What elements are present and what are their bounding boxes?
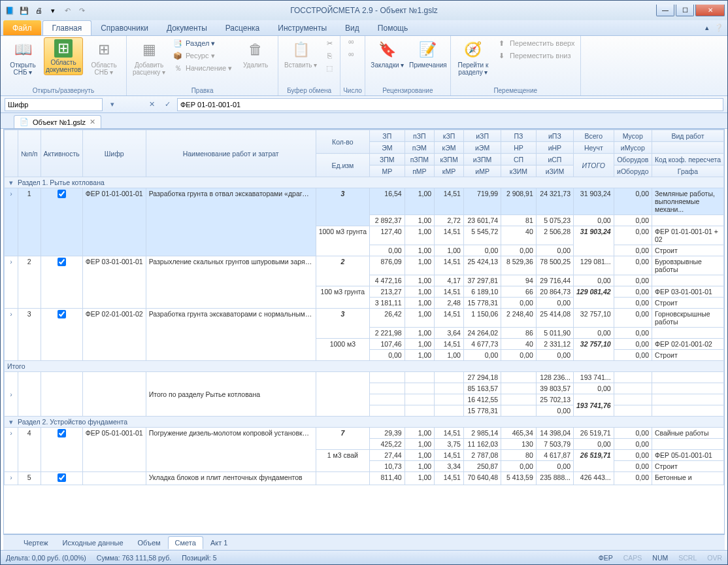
caps-indicator: CAPS	[623, 554, 642, 562]
maximize-button[interactable]: ☐	[676, 5, 694, 16]
app-icon[interactable]: 📘	[3, 4, 16, 17]
qat-dropdown[interactable]: ▾	[46, 4, 59, 17]
copy-button[interactable]: ⎘	[322, 50, 337, 61]
select-button[interactable]: ⬚	[322, 62, 337, 74]
expand-icon[interactable]: ›	[7, 473, 15, 481]
ribbon: 📖Открыть СНБ ▾ ⊞Область документов ⊞Обла…	[1, 36, 727, 96]
bookmark-icon: 🔖	[377, 39, 398, 60]
active-checkbox[interactable]	[58, 473, 66, 482]
goto-section-button[interactable]: 🧭Перейти к разделу ▾	[454, 37, 493, 78]
accrual-icon: ％	[173, 63, 183, 73]
sheet-tab[interactable]: Объем	[131, 536, 168, 549]
snb-area-button[interactable]: ⊞Область СНБ ▾	[84, 37, 124, 78]
open-snb-button[interactable]: 📖Открыть СНБ ▾	[3, 37, 42, 78]
group-label: Правка	[129, 86, 275, 95]
tab-view[interactable]: Вид	[336, 20, 369, 35]
close-button[interactable]: ✕	[695, 5, 725, 16]
status-delta: Дельта: 0,00 руб. (0,00%)	[6, 554, 86, 562]
window-title: ГОССТРОЙСМЕТА 2.9 - Объект №1.gslz	[290, 6, 438, 15]
expand-icon[interactable]: ›	[7, 258, 15, 265]
accrual-button[interactable]: ％Начисление ▾	[170, 62, 235, 74]
tab-main[interactable]: Главная	[42, 20, 92, 35]
doc-area-button[interactable]: ⊞Область документов	[44, 37, 83, 75]
move-down-button[interactable]: ⬇Переместить вниз	[494, 50, 578, 61]
ribbon-tabs: Файл Главная Справочники Документы Расце…	[1, 20, 727, 36]
file-tab[interactable]: Файл	[3, 20, 41, 35]
expand-icon[interactable]: ›	[7, 390, 15, 398]
active-checkbox[interactable]	[58, 429, 66, 437]
group-label: Рецензирование	[368, 86, 448, 95]
statusbar: Дельта: 0,00 руб. (0,00%) Сумма: 763 111…	[1, 550, 727, 564]
document-tab[interactable]: 📄 Объект №1.gslz ✕	[14, 115, 101, 128]
status-sum: Сумма: 763 111,58 руб.	[97, 554, 171, 562]
minimize-button[interactable]: —	[656, 5, 674, 16]
copy-icon: ⎘	[324, 50, 335, 61]
bookmarks-button[interactable]: 🔖Закладки ▾	[368, 37, 407, 71]
group-label: Число	[343, 86, 362, 95]
active-checkbox[interactable]	[58, 258, 66, 266]
ribbon-min-icon[interactable]: ▴	[705, 24, 709, 32]
tab-rate[interactable]: Расценка	[216, 20, 269, 35]
up-icon: ⬆	[497, 38, 507, 48]
grid[interactable]: №п/пАктивностьШифрНаименование работ и з…	[3, 129, 725, 534]
close-tab-icon[interactable]: ✕	[90, 118, 95, 126]
collapse-icon[interactable]: ▾	[7, 179, 15, 186]
save-icon[interactable]: 💾	[18, 4, 31, 17]
sheet-tab[interactable]: Чертеж	[16, 536, 56, 549]
tab-tools[interactable]: Инструменты	[269, 20, 336, 35]
move-up-button[interactable]: ⬆Переместить вверх	[494, 37, 578, 49]
num-indicator: NUM	[652, 554, 668, 562]
tab-ref[interactable]: Справочники	[91, 20, 157, 35]
active-checkbox[interactable]	[58, 190, 66, 198]
num1[interactable]: ⁰⁰	[343, 37, 359, 49]
document-tabs: 📄 Объект №1.gslz ✕	[1, 113, 727, 129]
resource-icon: 📦	[173, 50, 183, 61]
clipboard-icon: 📋	[290, 39, 311, 60]
active-checkbox[interactable]	[58, 310, 66, 318]
scrl-indicator: SCRL	[678, 554, 697, 562]
tab-docs[interactable]: Документы	[157, 20, 216, 35]
expand-icon[interactable]: ›	[7, 310, 15, 318]
name-dropdown[interactable]: ▾	[107, 99, 118, 111]
name-box[interactable]	[5, 98, 103, 111]
trash-icon: 🗑	[245, 39, 266, 60]
group-label: Буфер обмена	[281, 86, 337, 95]
expand-icon[interactable]: ›	[7, 429, 15, 437]
titlebar: 📘 💾 🖨 ▾ ↶ ↷ ГОССТРОЙСМЕТА 2.9 - Объект №…	[1, 1, 727, 20]
group-label: Открыть/развернуть	[3, 86, 124, 95]
notes-button[interactable]: 📝Примечания	[408, 37, 448, 71]
cut-icon: ✂	[324, 38, 335, 48]
undo-icon[interactable]: ↶	[61, 4, 74, 17]
sheet-tab[interactable]: Исходные данные	[56, 536, 131, 549]
collapse-icon[interactable]: ▾	[7, 418, 15, 426]
note-icon: 📝	[418, 39, 438, 60]
grid2-icon: ⊞	[93, 39, 114, 60]
add-rate-button[interactable]: ▦Добавить расценку ▾	[129, 37, 169, 78]
cancel-icon[interactable]: ✕	[146, 99, 157, 111]
select-icon: ⬚	[324, 63, 335, 73]
book-icon: 📖	[12, 39, 33, 60]
down-icon: ⬇	[497, 50, 507, 61]
group-label: Перемещение	[454, 86, 578, 95]
accept-icon[interactable]: ✓	[161, 99, 173, 111]
expand-icon[interactable]: ›	[7, 190, 15, 197]
doc-icon: 📄	[20, 118, 29, 126]
cut-button[interactable]: ✂	[322, 37, 337, 49]
redo-icon[interactable]: ↷	[75, 4, 88, 17]
resource-button[interactable]: 📦Ресурс ▾	[170, 50, 235, 61]
ovr-indicator: OVR	[707, 554, 722, 562]
delete-button[interactable]: 🗑Удалить	[236, 37, 275, 71]
status-fer: ФЕР	[599, 554, 613, 562]
sheet-tab[interactable]: Смета	[168, 536, 203, 549]
num2[interactable]: ⁰⁰	[343, 50, 359, 61]
sheet-tabs: Чертеж Исходные данные Объем Смета Акт 1	[3, 534, 725, 550]
tab-help[interactable]: Помощь	[369, 20, 417, 35]
formula-input[interactable]	[177, 98, 723, 111]
help-icon[interactable]: ❔	[714, 24, 723, 32]
print-icon[interactable]: 🖨	[32, 4, 45, 17]
section-button[interactable]: 📑Раздел ▾	[170, 37, 235, 49]
goto-icon: 🧭	[463, 39, 484, 60]
sheet-tab[interactable]: Акт 1	[203, 536, 235, 549]
paste-button[interactable]: 📋Вставить ▾	[281, 37, 320, 71]
grid-icon: ⊞	[54, 39, 73, 58]
